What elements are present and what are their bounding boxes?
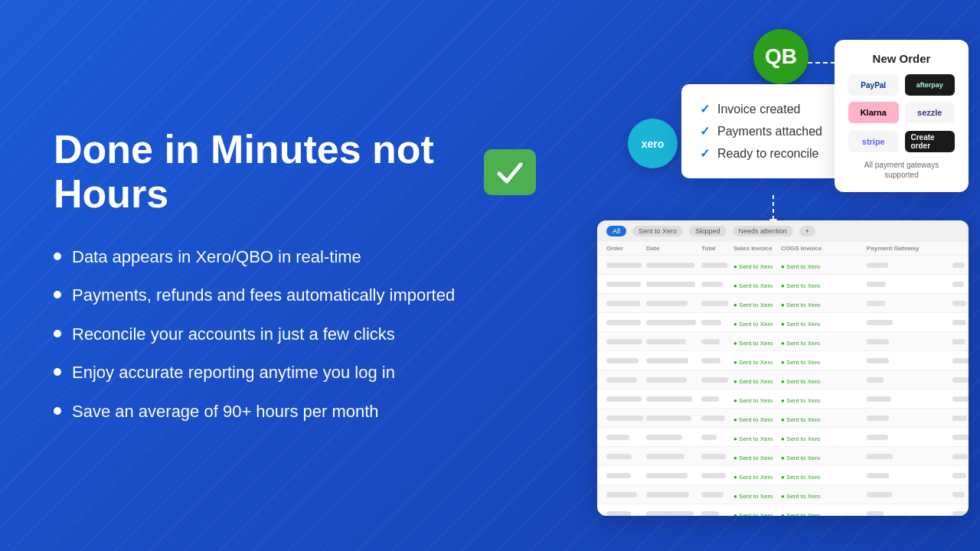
col-cogs-invoice: COGS Invoice: [781, 245, 865, 252]
features-list: Data appears in Xero/QBO in real-time Pa…: [54, 246, 536, 423]
table-tabs: All Sent to Xero Skipped Needs attention…: [597, 220, 969, 242]
bullet-dot: [54, 291, 61, 298]
table-row[interactable]: ● Sent to Xero ● Sent to Xero: [597, 504, 969, 516]
col-payment-gateway: Payment Gateway: [867, 245, 951, 252]
list-item: Save an average of 90+ hours per month: [54, 401, 536, 423]
table-row[interactable]: ● Sent to Xero ● Sent to Xero: [597, 332, 969, 351]
bullet-dot: [54, 330, 61, 337]
afterpay-logo: afterpay: [905, 74, 956, 96]
list-item: Data appears in Xero/QBO in real-time: [54, 246, 536, 269]
invoice-card: ✓ Invoice created ✓ Payments attached ✓ …: [681, 84, 842, 178]
table-row[interactable]: ● Sent to Xero ● Sent to Xero: [597, 447, 969, 466]
tab-skipped[interactable]: Skipped: [689, 226, 727, 236]
table-row[interactable]: ● Sent to Xero ● Sent to Xero: [597, 275, 969, 294]
col-date: Date: [646, 245, 700, 252]
table-row[interactable]: ● Sent to Xero ● Sent to Xero: [597, 390, 969, 409]
card-title: New Order: [848, 52, 955, 65]
headline: Done in Minutes not Hours: [54, 128, 536, 215]
xero-logo: xero: [628, 119, 678, 168]
table-row[interactable]: ● Sent to Xero ● Sent to Xero: [597, 466, 969, 485]
orders-table: All Sent to Xero Skipped Needs attention…: [597, 220, 969, 516]
col-order: Order: [606, 245, 645, 252]
quickbooks-logo: QB: [753, 29, 808, 84]
table-row[interactable]: ● Sent to Xero ● Sent to Xero: [597, 256, 969, 275]
check-icon: ✓: [700, 124, 710, 139]
table-row[interactable]: ● Sent to Xero ● Sent to Xero: [597, 428, 969, 447]
sezzle-logo: sezzle: [905, 102, 956, 123]
invoice-item-3: ✓ Ready to reconcile: [700, 142, 824, 165]
tab-more[interactable]: +: [799, 226, 815, 236]
invoice-item-1: ✓ Invoice created: [700, 98, 824, 120]
stripe-logo: stripe: [848, 131, 899, 152]
col-total: Total: [701, 245, 732, 252]
new-order-card: New Order PayPal afterpay Klarna sezzle …: [835, 40, 969, 192]
bullet-dot: [54, 253, 61, 260]
table-row[interactable]: ● Sent to Xero ● Sent to Xero: [597, 485, 969, 504]
left-panel: Done in Minutes not Hours Data appears i…: [0, 0, 582, 551]
tab-all[interactable]: All: [606, 226, 626, 236]
col-extra: [952, 245, 969, 252]
table-row[interactable]: ● Sent to Xero ● Sent to Xero: [597, 370, 969, 390]
klarna-logo: Klarna: [848, 102, 899, 123]
main-container: Done in Minutes not Hours Data appears i…: [0, 0, 980, 551]
table-column-headers: Order Date Total Sales Invoice COGS Invo…: [597, 242, 969, 256]
right-panel: QB xero ✓ Invoice created: [582, 0, 980, 551]
bullet-dot: [54, 407, 61, 415]
table-row[interactable]: ● Sent to Xero ● Sent to Xero: [597, 409, 969, 428]
payment-logos-grid: PayPal afterpay Klarna sezzle: [848, 74, 955, 123]
list-item: Reconcile your accounts in just a few cl…: [54, 324, 536, 346]
col-sales-invoice: Sales Invoice: [733, 245, 779, 252]
paypal-logo: PayPal: [848, 74, 899, 96]
bullet-dot: [54, 368, 61, 376]
invoice-item-2: ✓ Payments attached: [700, 120, 824, 142]
table-row[interactable]: ● Sent to Xero ● Sent to Xero: [597, 294, 969, 313]
tab-needs-attention[interactable]: Needs attention: [733, 226, 793, 236]
tab-sent-to-xero[interactable]: Sent to Xero: [632, 226, 683, 236]
stripe-row: stripe Create order: [848, 131, 955, 152]
check-icon: ✓: [700, 146, 710, 161]
list-item: Enjoy accurate reporting anytime you log…: [54, 362, 536, 384]
table-row[interactable]: ● Sent to Xero ● Sent to Xero: [597, 351, 969, 370]
checkmark-icon: [484, 149, 536, 195]
check-icon: ✓: [700, 102, 710, 116]
table-body: ● Sent to Xero ● Sent to Xero ● Sent to …: [597, 256, 969, 516]
table-row[interactable]: ● Sent to Xero ● Sent to Xero: [597, 313, 969, 332]
all-gateways-text: All payment gateways supported: [848, 160, 955, 180]
create-order-button[interactable]: Create order: [905, 131, 956, 152]
list-item: Payments, refunds and fees automatically…: [54, 285, 536, 307]
